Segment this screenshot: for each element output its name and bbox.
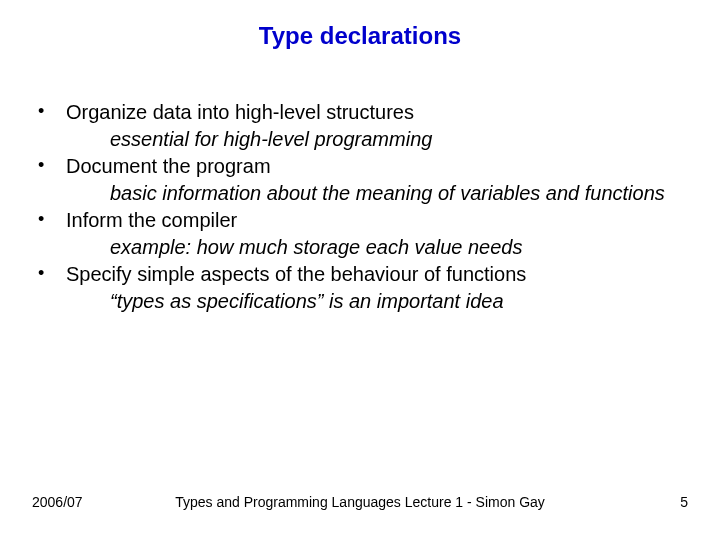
bullet-subtext: essential for high-level programming [110, 127, 688, 152]
bullet-icon: • [32, 262, 66, 285]
slide-footer: 2006/07 Types and Programming Languages … [0, 494, 720, 514]
bullet-icon: • [32, 154, 66, 177]
bullet-text: Organize data into high-level structures [66, 100, 688, 125]
bullet-text: Inform the compiler [66, 208, 688, 233]
slide: Type declarations • Organize data into h… [0, 0, 720, 540]
bullet-item: • Specify simple aspects of the behaviou… [32, 262, 688, 287]
bullet-item: • Document the program [32, 154, 688, 179]
bullet-item: • Organize data into high-level structur… [32, 100, 688, 125]
bullet-subtext: “types as specifications” is an importan… [110, 289, 688, 314]
bullet-item: • Inform the compiler [32, 208, 688, 233]
slide-body: • Organize data into high-level structur… [32, 100, 688, 316]
bullet-text: Document the program [66, 154, 688, 179]
footer-course: Types and Programming Languages Lecture … [0, 494, 720, 510]
bullet-icon: • [32, 208, 66, 231]
bullet-text: Specify simple aspects of the behaviour … [66, 262, 688, 287]
bullet-icon: • [32, 100, 66, 123]
bullet-subtext: basic information about the meaning of v… [110, 181, 688, 206]
slide-title: Type declarations [0, 0, 720, 50]
footer-page-number: 5 [680, 494, 688, 510]
bullet-subtext: example: how much storage each value nee… [110, 235, 688, 260]
